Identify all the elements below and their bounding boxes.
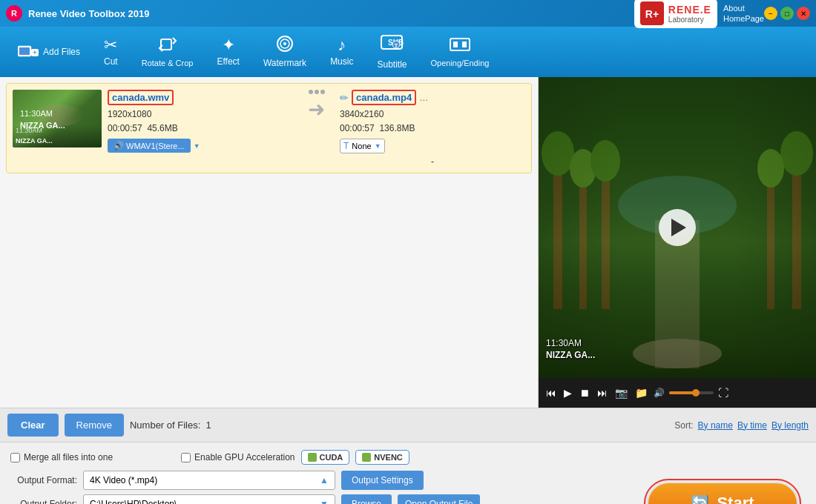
output-folder-select[interactable]: C:\Users\HP\Desktop\ ▼: [83, 494, 335, 504]
open-output-button[interactable]: Open Output File: [398, 494, 480, 504]
folder-value: C:\Users\HP\Desktop\: [90, 499, 177, 504]
output-settings-button[interactable]: Output Settings: [341, 471, 424, 490]
svg-rect-26: [792, 161, 801, 309]
volume-thumb[interactable]: [692, 389, 700, 397]
remove-button[interactable]: Remove: [65, 414, 124, 437]
file-thumbnail: 11:30AM NIZZA GA...: [13, 90, 102, 147]
speaker-icon: 🔊: [113, 141, 124, 150]
sort-by-name[interactable]: By name: [698, 420, 733, 431]
start-button[interactable]: 🔄 Start: [648, 483, 797, 504]
svg-rect-14: [450, 39, 470, 50]
folder-button[interactable]: 📁: [634, 385, 649, 400]
title-controls: − □ ✕: [764, 7, 810, 20]
subtitle-dropdown[interactable]: T None ▼: [340, 139, 385, 153]
cut-icon: ✂: [104, 37, 117, 53]
homepage-link[interactable]: HomePage: [723, 14, 764, 23]
output-format-select[interactable]: 4K Video (*.mp4) ▲: [83, 471, 335, 490]
subtitle-arrow: ▼: [375, 142, 381, 150]
subtitle-type-icon: T: [343, 141, 349, 151]
arrow-dots: [309, 90, 325, 94]
input-filename: canada.wmv: [108, 90, 174, 105]
app-title: Renee Video Toolbox 2019: [28, 8, 150, 19]
file-list-area: 11:30AM NIZZA GA... canada.wmv 1920x1080…: [0, 77, 539, 408]
bottom-bar: Clear Remove Number of Files: 1 Sort: By…: [0, 408, 816, 442]
add-files-label: Add Files: [43, 47, 80, 57]
rotate-crop-icon: [158, 36, 177, 56]
video-screen: 11:30AM NIZZA GA...: [539, 77, 816, 378]
output-duration-size: 00:00:57 136.8MB: [340, 122, 525, 136]
toolbar-item-add-files[interactable]: + Add Files: [6, 39, 92, 66]
close-button[interactable]: ✕: [797, 7, 810, 20]
dot2: [315, 90, 319, 94]
settings-area: Merge all files into one Enable GPU Acce…: [0, 442, 816, 504]
skip-forward-button[interactable]: ⏭: [596, 385, 609, 400]
toolbar-item-effect[interactable]: ✦ Effect: [205, 33, 251, 71]
settings-row-top: Merge all files into one Enable GPU Acce…: [10, 450, 806, 465]
toolbar-item-music[interactable]: ♪ Music: [318, 33, 365, 71]
dot1: [309, 90, 313, 94]
svg-point-29: [757, 149, 784, 188]
title-left: R Renee Video Toolbox 2019: [6, 5, 150, 21]
input-resolution: 1920x1080: [108, 107, 293, 122]
cuda-badge[interactable]: CUDA: [301, 450, 350, 465]
gpu-acceleration-checkbox[interactable]: [181, 453, 191, 462]
music-label: Music: [330, 56, 353, 67]
output-filename: canada.mp4: [352, 90, 416, 105]
fullscreen-button[interactable]: ⛶: [718, 387, 728, 399]
file-item: 11:30AM NIZZA GA... canada.wmv 1920x1080…: [6, 83, 532, 173]
logo-text-group: RENE.E Laboratory: [668, 4, 711, 24]
sort-by-length[interactable]: By length: [771, 420, 809, 431]
start-button-border: 🔄 Start: [644, 479, 801, 504]
output-resolution: 3840x2160: [340, 107, 525, 122]
audio-track-button[interactable]: 🔊 WMAV1(Stere...: [108, 139, 191, 153]
play-button-large[interactable]: [659, 209, 696, 246]
subtitle-label: Subtitle: [377, 59, 407, 70]
toolbar-item-subtitle[interactable]: SUB T Subtitle: [365, 30, 418, 74]
logo-brand: RENE.E: [668, 4, 711, 16]
skip-back-button[interactable]: ⏮: [544, 385, 558, 400]
minimize-button[interactable]: −: [764, 7, 777, 20]
gpu-acceleration-label[interactable]: Enable GPU Acceleration: [181, 452, 295, 462]
effect-label: Effect: [217, 56, 239, 67]
format-dropdown-arrow: ▲: [320, 475, 329, 485]
toolbar-item-cut[interactable]: ✂ Cut: [92, 33, 130, 71]
toolbar-item-watermark[interactable]: Watermark: [251, 31, 318, 73]
play-pause-button[interactable]: ▶: [562, 385, 573, 400]
thumb-time: 11:30AM: [20, 109, 53, 118]
sort-by-time[interactable]: By time: [737, 420, 767, 431]
svg-point-21: [542, 131, 574, 176]
toolbar-item-rotate-crop[interactable]: Rotate & Crop: [130, 32, 205, 72]
audio-dropdown-arrow[interactable]: ▼: [194, 142, 200, 150]
start-refresh-icon: 🔄: [691, 494, 709, 504]
music-icon: ♪: [338, 37, 346, 53]
stop-button[interactable]: ⏹: [578, 385, 591, 400]
volume-bar[interactable]: [669, 391, 714, 394]
svg-rect-15: [453, 42, 458, 47]
merge-files-checkbox[interactable]: [10, 453, 20, 462]
opening-ending-icon: [450, 36, 470, 56]
output-more-dots[interactable]: …: [419, 93, 428, 103]
clear-button[interactable]: Clear: [7, 414, 59, 437]
camera-button[interactable]: 📷: [613, 385, 629, 400]
about-link[interactable]: About: [723, 4, 764, 13]
video-preview: 11:30AM NIZZA GA... ⏮ ▶ ⏹ ⏭ 📷 📁 🔊 ⛶: [539, 77, 816, 408]
logo-box: R+ RENE.E Laboratory: [634, 0, 717, 28]
output-folder-label: Output Folder:: [10, 499, 77, 504]
audio-select-row: 🔊 WMAV1(Stere... ▼: [108, 139, 293, 153]
start-button-wrapper: 🔄 Start: [644, 479, 801, 504]
maximize-button[interactable]: □: [780, 7, 794, 20]
video-controls: ⏮ ▶ ⏹ ⏭ 📷 📁 🔊 ⛶: [539, 378, 816, 408]
merge-files-label[interactable]: Merge all files into one: [10, 452, 113, 462]
audio-label: WMAV1(Stere...: [126, 142, 185, 150]
svg-rect-6: [161, 39, 171, 50]
play-triangle-icon: [671, 219, 686, 236]
toolbar-item-opening-ending[interactable]: Opening/Ending: [419, 32, 501, 72]
cut-label: Cut: [104, 56, 118, 67]
output-file-info: ✏ canada.mp4 … 3840x2160 00:00:57 136.8M…: [340, 90, 525, 167]
rotate-crop-label: Rotate & Crop: [142, 59, 194, 67]
svg-rect-16: [462, 42, 467, 47]
output-format-label: Output Format:: [10, 475, 77, 485]
svg-rect-28: [767, 176, 774, 309]
browse-button[interactable]: Browse: [341, 494, 392, 504]
nvenc-badge[interactable]: NVENC: [355, 450, 409, 465]
